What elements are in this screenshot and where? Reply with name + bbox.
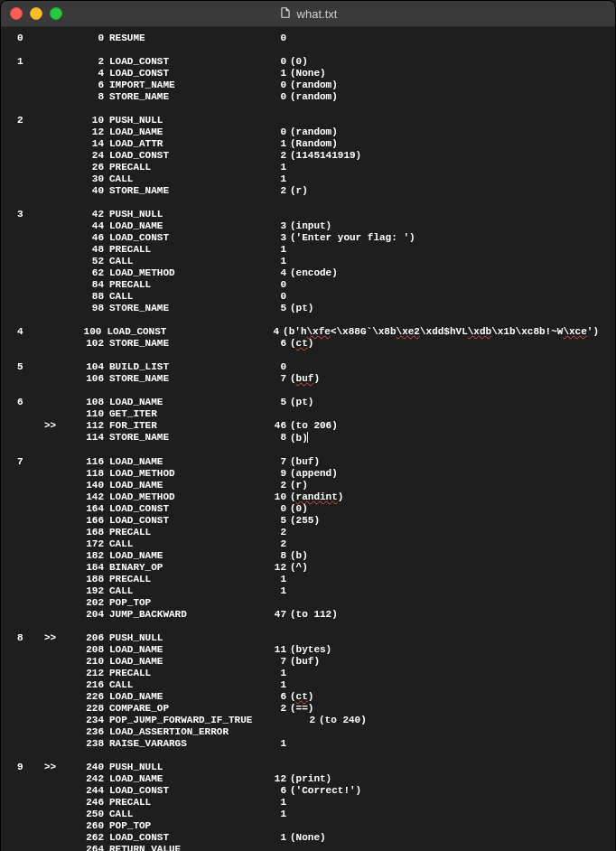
titlebar: what.txt: [1, 1, 615, 27]
disasm-line: 246PRECALL1: [1, 797, 615, 809]
disasm-line: 260POP_TOP: [1, 820, 615, 832]
disasm-line: 172CALL2: [1, 538, 615, 550]
opcode: STORE_NAME: [109, 338, 261, 350]
byte-offset: 260: [71, 820, 109, 832]
byte-offset: 48: [71, 244, 109, 256]
jump-marker: [44, 797, 71, 809]
disasm-line: 168PRECALL2: [1, 527, 615, 538]
disasm-line: 6108LOAD_NAME5(pt): [1, 397, 615, 408]
byte-offset: 234: [71, 715, 109, 726]
source-line-number: [17, 420, 44, 432]
jump-marker: [44, 597, 71, 609]
disasm-line: 114STORE_NAME8(b): [1, 432, 615, 444]
source-line-number: [17, 338, 44, 350]
byte-offset: 168: [71, 527, 109, 538]
disasm-line: 212PRECALL1: [1, 668, 615, 679]
disassembly-content[interactable]: 00RESUME012LOAD_CONST0(0)4LOAD_CONST1(No…: [1, 27, 615, 851]
byte-offset: 142: [71, 491, 109, 503]
oparg-resolved: [286, 209, 290, 220]
jump-marker: [44, 703, 71, 715]
oparg: 2: [261, 703, 286, 715]
oparg: [261, 408, 286, 420]
oparg: [261, 820, 286, 832]
byte-offset: 30: [71, 173, 109, 185]
opcode: STORE_NAME: [109, 303, 261, 314]
oparg-resolved: (print): [286, 773, 331, 785]
oparg-resolved: [286, 361, 290, 373]
byte-offset: 10: [71, 115, 109, 126]
opcode: CALL: [109, 256, 261, 267]
disasm-line: 46LOAD_CONST3('Enter your flag: '): [1, 232, 615, 244]
oparg-resolved: (==): [286, 703, 313, 715]
opcode: RETURN_VALUE: [109, 844, 261, 851]
byte-offset: 52: [71, 256, 109, 267]
opcode: CALL: [109, 679, 261, 691]
oparg: 1: [261, 797, 286, 809]
byte-offset: 62: [71, 267, 109, 279]
source-line-number: [17, 91, 44, 103]
opcode: PRECALL: [109, 668, 261, 679]
oparg: 2: [290, 715, 315, 726]
jump-marker: [44, 585, 71, 597]
byte-offset: 226: [71, 691, 109, 703]
window-controls: [10, 7, 62, 20]
blank-line: [1, 621, 615, 632]
jump-marker: [44, 173, 71, 185]
zoom-button[interactable]: [50, 7, 62, 20]
disasm-line: 44LOAD_NAME3(input): [1, 220, 615, 232]
file-title-text: what.txt: [297, 7, 338, 21]
blank-line: [1, 444, 615, 456]
byte-offset: 210: [71, 656, 109, 668]
byte-offset: 42: [71, 209, 109, 220]
jump-marker: [44, 691, 71, 703]
close-button[interactable]: [10, 7, 23, 20]
byte-offset: 264: [71, 844, 109, 851]
opcode: PUSH_NULL: [109, 115, 261, 126]
jump-marker: [44, 820, 71, 832]
disasm-line: 30CALL1: [1, 173, 615, 185]
oparg: 0: [261, 56, 286, 68]
opcode: LOAD_NAME: [109, 656, 261, 668]
source-line-number: [17, 256, 44, 267]
oparg: [261, 844, 286, 851]
source-line-number: [17, 408, 44, 420]
oparg-resolved: [286, 291, 290, 303]
byte-offset: 98: [71, 303, 109, 314]
minimize-button[interactable]: [30, 7, 42, 20]
jump-marker: [44, 79, 71, 91]
opcode: LOAD_NAME: [109, 773, 261, 785]
source-line-number: [17, 491, 44, 503]
disasm-line: 234POP_JUMP_FORWARD_IF_TRUE2(to 240): [1, 715, 615, 726]
byte-offset: 246: [71, 797, 109, 809]
source-line-number: 6: [17, 397, 44, 408]
oparg-resolved: [286, 115, 290, 126]
byte-offset: 206: [71, 632, 109, 644]
byte-offset: 242: [71, 773, 109, 785]
file-title: what.txt: [10, 6, 606, 22]
oparg-resolved: (1145141919): [286, 150, 361, 162]
opcode: LOAD_CONST: [107, 326, 254, 338]
byte-offset: 6: [71, 79, 109, 91]
oparg-resolved: (to 206): [286, 420, 338, 432]
oparg-resolved: [286, 173, 290, 185]
oparg: [261, 597, 286, 609]
jump-marker: [44, 232, 71, 244]
disasm-line: 24LOAD_CONST2(1145141919): [1, 150, 615, 162]
source-line-number: [17, 185, 44, 197]
oparg: 12: [261, 562, 286, 574]
disasm-line: 26PRECALL1: [1, 162, 615, 173]
oparg-resolved: (buf): [286, 373, 320, 385]
oparg: 6: [261, 691, 286, 703]
oparg-resolved: [286, 668, 290, 679]
disasm-line: 98STORE_NAME5(pt): [1, 303, 615, 314]
byte-offset: 46: [71, 232, 109, 244]
opcode: CALL: [109, 291, 261, 303]
disasm-line: 184BINARY_OP12(^): [1, 562, 615, 574]
oparg: 8: [261, 432, 286, 444]
disasm-line: 84PRECALL0: [1, 279, 615, 291]
disasm-line: 8STORE_NAME0(random): [1, 91, 615, 103]
oparg: [261, 726, 286, 738]
oparg: 1: [261, 809, 286, 820]
byte-offset: 240: [71, 762, 109, 773]
disasm-line: 102STORE_NAME6(ct): [1, 338, 615, 350]
